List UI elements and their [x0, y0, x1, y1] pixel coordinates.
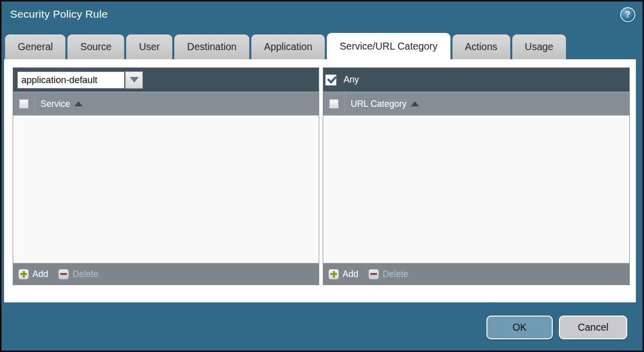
delete-icon: [368, 269, 379, 280]
any-checkbox[interactable]: [325, 74, 336, 86]
checkmark-icon: [327, 73, 337, 83]
tab-source[interactable]: Source: [67, 34, 124, 59]
url-category-actions-bar: Add Delete: [323, 263, 629, 285]
service-toolbar: [13, 68, 319, 92]
delete-icon: [58, 269, 69, 280]
tab-usage[interactable]: Usage: [512, 34, 566, 59]
url-category-toolbar: Any: [323, 68, 629, 92]
tab-application[interactable]: Application: [251, 34, 325, 59]
tab-strip: General Source User Destination Applicat…: [5, 33, 566, 59]
service-add-button[interactable]: Add: [18, 269, 48, 280]
sort-ascending-icon[interactable]: [74, 101, 83, 106]
url-category-select-all-checkbox[interactable]: [329, 99, 338, 108]
tab-actions[interactable]: Actions: [452, 34, 510, 59]
tab-content-area: Service Add Delete Any: [4, 59, 636, 302]
add-icon: [18, 269, 29, 280]
delete-button-label: Delete: [383, 269, 408, 280]
url-category-delete-button[interactable]: Delete: [368, 269, 408, 280]
dialog-title: Security Policy Rule: [10, 8, 108, 20]
url-category-select-all-cell: [323, 92, 345, 115]
service-list-body[interactable]: [13, 115, 319, 263]
dropdown-arrow-icon: [130, 77, 139, 83]
service-type-input[interactable]: [17, 71, 125, 89]
add-button-label: Add: [32, 269, 48, 280]
help-icon[interactable]: ?: [620, 7, 635, 22]
url-category-column-header[interactable]: URL Category: [351, 99, 406, 109]
url-category-add-button[interactable]: Add: [328, 269, 358, 280]
url-category-panel: Any URL Category Add Delete: [323, 67, 630, 285]
url-category-table-header: URL Category: [323, 92, 629, 115]
service-select-all-checkbox[interactable]: [19, 99, 28, 108]
any-label: Any: [344, 74, 359, 85]
service-select-all-cell: [13, 92, 34, 115]
add-button-label: Add: [343, 269, 358, 280]
tab-user[interactable]: User: [126, 34, 172, 59]
delete-button-label: Delete: [72, 269, 98, 280]
ok-button[interactable]: OK: [486, 316, 553, 339]
service-actions-bar: Add Delete: [13, 263, 319, 285]
add-icon: [328, 269, 339, 280]
service-type-dropdown: [17, 71, 143, 89]
tab-destination[interactable]: Destination: [174, 34, 249, 59]
cancel-button[interactable]: Cancel: [559, 316, 627, 339]
service-table-header: Service: [13, 92, 319, 115]
tab-general[interactable]: General: [5, 34, 65, 59]
service-panel: Service Add Delete: [13, 67, 319, 285]
service-column-header[interactable]: Service: [41, 99, 70, 109]
service-type-dropdown-button[interactable]: [125, 71, 143, 89]
service-delete-button[interactable]: Delete: [58, 269, 98, 280]
tab-service-url-category[interactable]: Service/URL Category: [327, 33, 450, 59]
url-category-list-body[interactable]: [323, 115, 629, 263]
security-policy-rule-dialog: Security Policy Rule ? General Source Us…: [0, 0, 644, 352]
sort-ascending-icon[interactable]: [411, 101, 419, 106]
